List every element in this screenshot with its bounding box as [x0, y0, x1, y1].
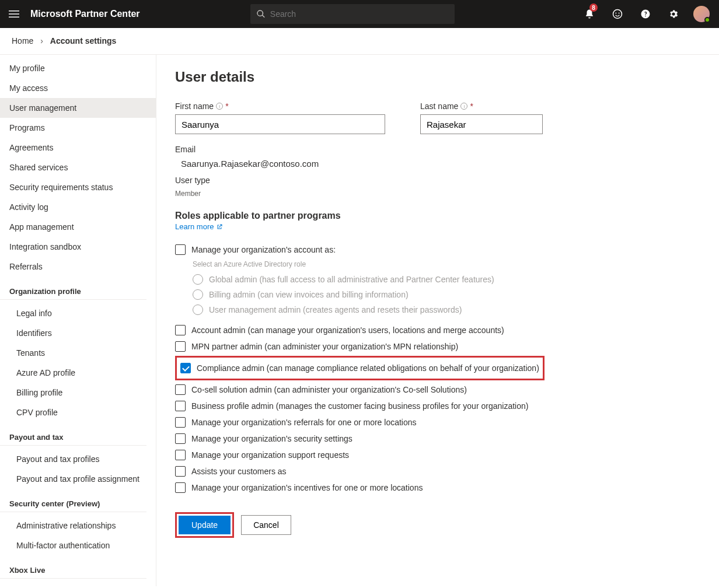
role-label: Manage your organization's security sett…: [191, 434, 352, 443]
svg-rect-1: [9, 13, 19, 15]
radio-aad-role[interactable]: [193, 304, 203, 315]
role-highlight: Compliance admin (can manage compliance …: [175, 356, 545, 380]
learn-more-link[interactable]: Learn more: [175, 222, 223, 231]
feedback-button[interactable]: [605, 0, 630, 28]
gear-icon: [668, 9, 679, 19]
svg-rect-2: [9, 17, 19, 18]
sidebar-item[interactable]: Tenants: [0, 343, 156, 363]
last-name-input[interactable]: [420, 114, 543, 134]
email-value: Saarunya.Rajasekar@contoso.com: [175, 159, 700, 169]
chevron-right-icon: ›: [40, 36, 43, 46]
sidebar-item[interactable]: Azure AD profile: [0, 363, 156, 383]
sidebar-item[interactable]: Billing profile: [0, 383, 156, 402]
sidebar-item[interactable]: Programs: [0, 118, 156, 138]
info-icon: i: [460, 103, 467, 110]
cancel-button[interactable]: Cancel: [241, 515, 291, 535]
sidebar-item[interactable]: Security requirements status: [0, 177, 156, 197]
role-label: Compliance admin (can manage compliance …: [197, 363, 539, 373]
role-label: Manage your organization support request…: [191, 450, 349, 460]
checkbox-role[interactable]: [175, 450, 186, 460]
sidebar-item[interactable]: Identifiers: [0, 323, 156, 343]
sidebar-item[interactable]: Referrals: [0, 257, 156, 276]
checkbox-role[interactable]: [175, 417, 186, 428]
presence-indicator: [704, 17, 710, 23]
sidebar-group-header: Xbox Live: [0, 558, 146, 579]
help-button[interactable]: [633, 0, 658, 28]
roles-heading: Roles applicable to partner programs: [175, 211, 700, 221]
smiley-icon: [612, 9, 623, 19]
account-button[interactable]: [689, 0, 714, 28]
checkbox-role[interactable]: [175, 384, 186, 395]
sidebar-item[interactable]: Activity log: [0, 197, 156, 217]
radio-aad-role[interactable]: [193, 274, 203, 285]
checkbox-role[interactable]: [175, 401, 186, 411]
radio-aad-role[interactable]: [193, 289, 203, 300]
notifications-button[interactable]: 8: [577, 0, 602, 28]
sidebar-item[interactable]: Shared services: [0, 158, 156, 177]
user-type-label: User type: [175, 176, 700, 185]
first-name-label: First name i *: [175, 102, 385, 111]
sidebar-item[interactable]: User management: [0, 98, 156, 118]
breadcrumb-current: Account settings: [50, 36, 117, 46]
radio-label: User management admin (creates agents an…: [209, 305, 462, 314]
avatar: [693, 6, 710, 22]
manage-as-label: Manage your organization's account as:: [191, 245, 336, 254]
sidebar-item[interactable]: Agreements: [0, 138, 156, 158]
sidebar-group-header: Organization profile: [0, 279, 146, 300]
user-type-value: Member: [175, 190, 700, 198]
svg-point-5: [619, 13, 620, 14]
sidebar-item[interactable]: App management: [0, 217, 156, 237]
svg-point-4: [615, 13, 616, 14]
top-icons: 8: [577, 0, 714, 28]
sidebar-item[interactable]: My profile: [0, 58, 156, 78]
radio-label: Billing admin (can view invoices and bil…: [209, 290, 409, 299]
email-label: Email: [175, 145, 700, 154]
checkbox-role[interactable]: [175, 433, 186, 444]
checkbox-role[interactable]: [175, 482, 186, 493]
page-title: User details: [175, 69, 700, 85]
checkbox-role[interactable]: [175, 325, 186, 335]
sidebar-item[interactable]: Legal info: [0, 303, 156, 323]
brand-title: Microsoft Partner Center: [30, 9, 140, 19]
checkbox-role[interactable]: [175, 341, 186, 352]
role-label: MPN partner admin (can administer your o…: [191, 342, 458, 351]
search-icon: [256, 9, 266, 19]
role-label: Assists your customers as: [191, 467, 287, 476]
role-label: Account admin (can manage your organizat…: [191, 326, 504, 335]
checkbox-role[interactable]: [175, 466, 186, 477]
main-content: User details First name i * Last name i …: [156, 55, 719, 586]
role-label: Business profile admin (manages the cust…: [191, 401, 528, 411]
role-label: Manage your organization's referrals for…: [191, 418, 417, 427]
question-icon: [640, 9, 651, 19]
role-label: Co-sell solution admin (can administer y…: [191, 385, 467, 394]
checkbox-role[interactable]: [180, 363, 191, 373]
hamburger-menu-button[interactable]: [5, 5, 23, 23]
role-label: Manage your organization's incentives fo…: [191, 483, 423, 492]
hamburger-icon: [9, 9, 19, 19]
checkbox-manage-account-as[interactable]: [175, 244, 186, 255]
update-button[interactable]: Update: [179, 516, 231, 534]
sidebar-group-header: Security center (Preview): [0, 491, 146, 512]
sidebar-item[interactable]: Payout and tax profile assignment: [0, 469, 156, 489]
breadcrumb-home[interactable]: Home: [12, 36, 33, 46]
notification-badge: 8: [589, 4, 598, 12]
sidebar-item[interactable]: My access: [0, 78, 156, 98]
update-button-highlight: Update: [175, 512, 234, 538]
search-box[interactable]: [250, 4, 455, 24]
svg-point-3: [613, 10, 622, 19]
sidebar-item[interactable]: Multi-factor authentication: [0, 536, 156, 555]
svg-rect-0: [9, 10, 19, 12]
sidebar: My profileMy accessUser managementProgra…: [0, 55, 156, 586]
search-input[interactable]: [270, 9, 449, 19]
sidebar-item[interactable]: CPV profile: [0, 402, 156, 422]
sidebar-item[interactable]: Payout and tax profiles: [0, 449, 156, 469]
first-name-input[interactable]: [175, 114, 385, 134]
radio-label: Global admin (has full access to all adm…: [209, 275, 494, 284]
sidebar-group-header: Payout and tax: [0, 425, 146, 446]
aad-role-legend: Select an Azure Active Directory role: [193, 260, 700, 268]
info-icon: i: [216, 103, 223, 110]
sidebar-item[interactable]: Integration sandbox: [0, 237, 156, 257]
settings-button[interactable]: [661, 0, 686, 28]
sidebar-item[interactable]: Administrative relationships: [0, 516, 156, 536]
last-name-label: Last name i *: [420, 102, 543, 111]
